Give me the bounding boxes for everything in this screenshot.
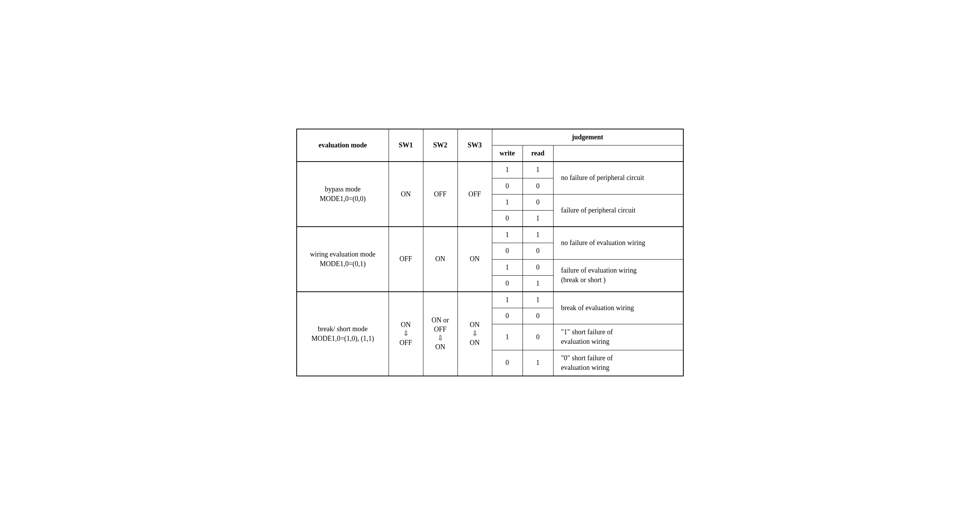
table-wrapper: evaluation mode SW1 SW2 SW3 judgement wr… [281, 113, 699, 392]
read-val: 0 [523, 194, 553, 210]
write-val: 1 [492, 194, 523, 210]
judgement-no-fail-wiring: no failure of evaluation wiring [553, 227, 683, 259]
write-val: 1 [492, 162, 523, 178]
read-val: 1 [523, 210, 553, 227]
table-row: break/ short mode MODE1,0=(1,0), (1,1) O… [297, 292, 683, 308]
sw3-bypass: OFF [457, 162, 492, 227]
sw1-wiring: OFF [389, 227, 423, 292]
write-val: 0 [492, 178, 523, 194]
sw3-wiring: ON [457, 227, 492, 292]
write-val: 0 [492, 210, 523, 227]
header-judgement-group: judgement [492, 129, 683, 145]
judgement-fail-wiring: failure of evaluation wiring (break or s… [553, 259, 683, 292]
sw2-break-short: ON or OFF ⇩ ON [423, 292, 457, 376]
read-val: 0 [523, 308, 553, 324]
read-val: 1 [523, 275, 553, 292]
mode-break-short: break/ short mode MODE1,0=(1,0), (1,1) [297, 292, 389, 376]
main-table: evaluation mode SW1 SW2 SW3 judgement wr… [296, 129, 684, 376]
sw2-wiring: ON [423, 227, 457, 292]
mode-wiring: wiring evaluation mode MODE1,0=(0,1) [297, 227, 389, 292]
table-row: bypass mode MODE1,0=(0,0) ON OFF OFF 1 1… [297, 162, 683, 178]
sw1-break-short: ON ⇩ OFF [389, 292, 423, 376]
sw3-break-short: ON ⇩ ON [457, 292, 492, 376]
write-val: 1 [492, 227, 523, 243]
header-judgement-result [553, 145, 683, 162]
read-val: 0 [523, 178, 553, 194]
judgement-break-wiring: break of evaluation wiring [553, 292, 683, 324]
read-val: 1 [523, 162, 553, 178]
judgement-short-0-wiring: "0" short failure of evaluation wiring [553, 350, 683, 376]
read-val: 1 [523, 350, 553, 376]
header-sw1: SW1 [389, 129, 423, 162]
header-sw3: SW3 [457, 129, 492, 162]
read-val: 0 [523, 243, 553, 259]
header-write: write [492, 145, 523, 162]
sw1-bypass: ON [389, 162, 423, 227]
judgement-no-fail-peripheral: no failure of peripheral circuit [553, 162, 683, 194]
write-val: 0 [492, 350, 523, 376]
write-val: 1 [492, 259, 523, 275]
header-sw2: SW2 [423, 129, 457, 162]
read-val: 1 [523, 292, 553, 308]
mode-bypass: bypass mode MODE1,0=(0,0) [297, 162, 389, 227]
judgement-fail-peripheral: failure of peripheral circuit [553, 194, 683, 227]
header-eval-mode: evaluation mode [297, 129, 389, 162]
read-val: 1 [523, 227, 553, 243]
write-val: 0 [492, 275, 523, 292]
sw2-bypass: OFF [423, 162, 457, 227]
table-row: wiring evaluation mode MODE1,0=(0,1) OFF… [297, 227, 683, 243]
judgement-short-1-wiring: "1" short failure of evaluation wiring [553, 324, 683, 350]
write-val: 0 [492, 308, 523, 324]
read-val: 0 [523, 324, 553, 350]
write-val: 0 [492, 243, 523, 259]
write-val: 1 [492, 292, 523, 308]
write-val: 1 [492, 324, 523, 350]
read-val: 0 [523, 259, 553, 275]
header-read: read [523, 145, 553, 162]
